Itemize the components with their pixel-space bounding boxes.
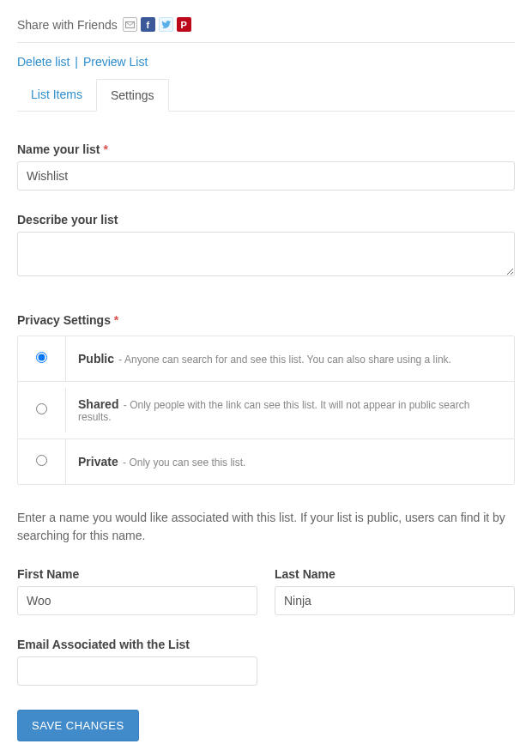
- helper-text: Enter a name you would like associated w…: [17, 509, 515, 545]
- share-row: Share with Friends f P: [17, 17, 515, 43]
- privacy-desc: - Anyone can search for and see this lis…: [118, 354, 451, 366]
- privacy-name: Public: [78, 352, 114, 366]
- settings-form: Name your list * Describe your list Priv…: [17, 142, 515, 741]
- privacy-desc: - Only people with the link can see this…: [78, 399, 469, 423]
- privacy-radio-shared[interactable]: [36, 403, 47, 414]
- describe-label: Describe your list: [17, 213, 515, 227]
- privacy-name: Shared: [78, 397, 118, 411]
- privacy-radio-private[interactable]: [36, 455, 47, 466]
- tab-settings[interactable]: Settings: [96, 79, 169, 112]
- required-mark: *: [114, 313, 118, 327]
- share-label: Share with Friends: [17, 18, 118, 32]
- last-name-col: Last Name: [275, 567, 515, 615]
- last-name-input[interactable]: [275, 586, 515, 615]
- name-row: First Name Last Name: [17, 567, 515, 615]
- twitter-icon[interactable]: [159, 17, 173, 32]
- privacy-radio-public[interactable]: [36, 352, 47, 363]
- last-name-label: Last Name: [275, 567, 515, 581]
- privacy-row-public: Public - Anyone can search for and see t…: [18, 336, 514, 382]
- describe-textarea[interactable]: [17, 232, 515, 276]
- privacy-row-private: Private - Only you can see this list.: [18, 439, 514, 484]
- name-label: Name your list *: [17, 142, 515, 156]
- preview-list-link[interactable]: Preview List: [83, 55, 148, 69]
- pinterest-icon[interactable]: P: [177, 17, 191, 32]
- required-mark: *: [103, 142, 107, 156]
- privacy-label-cell: Public - Anyone can search for and see t…: [66, 336, 514, 381]
- action-row: Delete list | Preview List: [17, 43, 515, 79]
- save-button[interactable]: SAVE CHANGES: [17, 710, 139, 741]
- facebook-icon[interactable]: f: [141, 17, 155, 32]
- tab-list-items[interactable]: List Items: [17, 79, 96, 111]
- first-name-col: First Name: [17, 567, 257, 615]
- mail-icon[interactable]: [123, 17, 137, 32]
- privacy-row-shared: Shared - Only people with the link can s…: [18, 382, 514, 439]
- privacy-name: Private: [78, 455, 118, 469]
- tabs: List Items Settings: [17, 79, 515, 112]
- email-input[interactable]: [17, 656, 257, 686]
- privacy-radio-cell: [18, 336, 66, 381]
- privacy-label: Privacy Settings *: [17, 313, 515, 327]
- privacy-radio-cell: [18, 439, 66, 484]
- delete-list-link[interactable]: Delete list: [17, 55, 70, 69]
- privacy-label-cell: Private - Only you can see this list.: [66, 439, 514, 484]
- first-name-input[interactable]: [17, 586, 257, 615]
- action-divider: |: [73, 55, 80, 69]
- privacy-desc: - Only you can see this list.: [123, 457, 245, 469]
- privacy-table: Public - Anyone can search for and see t…: [17, 336, 515, 485]
- name-input[interactable]: [17, 161, 515, 191]
- share-icons: f P: [123, 17, 191, 32]
- first-name-label: First Name: [17, 567, 257, 581]
- privacy-label-cell: Shared - Only people with the link can s…: [66, 382, 514, 438]
- privacy-radio-cell: [18, 388, 66, 432]
- email-label: Email Associated with the List: [17, 638, 515, 651]
